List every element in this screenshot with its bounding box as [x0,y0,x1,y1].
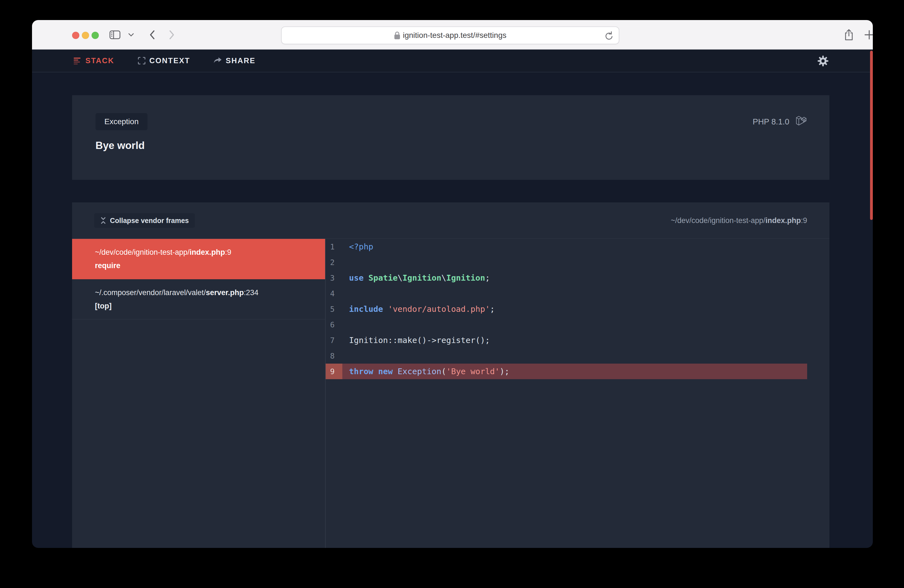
code-line: 3use Spatie\Ignition\Ignition; [326,270,807,286]
collapse-vertical-icon [100,217,106,224]
line-number: 8 [326,352,342,360]
line-number: 6 [326,321,342,329]
address-bar[interactable]: ignition-test-app.test/#settings [281,27,619,44]
ignition-navbar: STACK CONTEXT SHARE [32,49,873,73]
tab-context-label: CONTEXT [149,57,190,65]
share-page-icon[interactable] [839,20,859,49]
tab-share-label: SHARE [226,57,256,65]
section-header: Collapse vendor frames ~/dev/code/igniti… [72,202,830,239]
reload-icon[interactable] [604,31,614,41]
stack-frame[interactable]: ~/.composer/vendor/laravel/valet/server.… [72,279,325,319]
line-number: 5 [326,305,342,313]
tab-stack[interactable]: STACK [73,57,114,65]
code-viewer: 1<?php23use Spatie\Ignition\Ignition;45i… [326,239,830,548]
back-button[interactable] [145,20,159,49]
browser-window: ignition-test-app.test/#settings [32,20,873,548]
frame-method: require [95,259,317,272]
tab-share[interactable]: SHARE [213,57,256,65]
context-frame-icon [138,57,145,65]
code-line: 1<?php [326,239,807,254]
forward-button[interactable] [165,20,179,49]
stack-frame[interactable]: ~/dev/code/ignition-test-app/index.php:9… [72,239,325,279]
settings-gear-icon[interactable] [817,49,829,73]
new-tab-icon[interactable] [860,20,873,49]
code-line: 7Ignition::make()->register(); [326,332,807,348]
line-number: 7 [326,336,342,345]
frame-method: [top] [95,299,317,313]
exception-message: Bye world [95,140,145,152]
close-window-button[interactable] [72,32,79,39]
line-number: 4 [326,289,342,298]
code-line: 4 [326,286,807,301]
tab-stack-label: STACK [85,57,114,65]
sidebar-toggle-icon[interactable] [107,20,123,49]
url-text: ignition-test-app.test/#settings [403,31,507,40]
line-number: 9 [326,364,342,379]
tab-context[interactable]: CONTEXT [138,57,190,65]
line-number: 2 [326,258,342,267]
laravel-logo-icon [795,115,808,128]
collapse-button-label: Collapse vendor frames [110,217,189,224]
collapse-vendor-frames-button[interactable]: Collapse vendor frames [94,213,195,228]
stack-section: Collapse vendor frames ~/dev/code/igniti… [72,202,830,548]
code-line: 2 [326,254,807,270]
exception-type-badge: Exception [95,113,147,130]
code-line: 8 [326,348,807,364]
line-number: 3 [326,273,342,282]
lock-icon [394,31,400,40]
minimize-window-button[interactable] [82,32,89,39]
chevron-down-icon[interactable] [126,20,136,49]
code-line-highlighted: 9throw new Exception('Bye world'); [326,364,807,379]
scrollbar-thumb[interactable] [870,51,873,220]
current-file-path: ~/dev/code/ignition-test-app/index.php:9 [671,202,807,239]
code-line: 5include 'vendor/autoload.php'; [326,301,807,317]
php-version: PHP 8.1.0 [752,117,789,126]
error-card: Exception Bye world PHP 8.1.0 [72,95,830,180]
browser-toolbar: ignition-test-app.test/#settings [32,20,873,49]
stack-trace-icon [73,57,82,65]
share-arrow-icon [213,57,222,64]
code-line: 6 [326,317,807,332]
zoom-window-button[interactable] [92,32,99,39]
line-number: 1 [326,242,342,251]
stack-frames-list: ~/dev/code/ignition-test-app/index.php:9… [72,239,325,548]
